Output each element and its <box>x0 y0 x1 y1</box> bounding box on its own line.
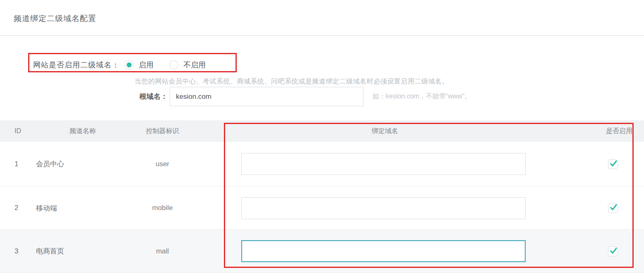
header-id: ID <box>0 127 29 135</box>
check-icon <box>609 159 618 167</box>
enable-domain-row: 网站是否启用二级域名： 启用 不启用 <box>33 58 221 72</box>
cell-enabled <box>582 246 644 256</box>
header-bound-domain: 绑定域名 <box>188 127 582 136</box>
cell-id: 2 <box>0 204 29 212</box>
radio-icon[interactable] <box>125 60 134 69</box>
root-domain-hint: 如：kesion.com，不能带“www”。 <box>372 87 471 106</box>
header-controller: 控制器标识 <box>137 127 188 136</box>
header-channel-name: 频道名称 <box>29 127 137 136</box>
page-title: 频道绑定二级域名配置 <box>14 13 96 24</box>
bound-domain-input[interactable] <box>241 197 526 219</box>
cell-bound-domain <box>188 153 582 175</box>
header-enabled: 是否启用 <box>582 127 644 136</box>
enable-domain-radio-option[interactable]: 不启用 <box>169 60 206 70</box>
cell-controller: mobile <box>137 204 188 212</box>
enable-domain-helper-text: 当您的网站会员中心、考试系统、商城系统、问吧系统或是频道绑定二级域名时必须设置启… <box>135 77 449 86</box>
radio-option-label: 启用 <box>139 60 154 70</box>
cell-controller: mall <box>137 247 188 256</box>
enable-domain-label: 网站是否启用二级域名： <box>33 60 120 70</box>
root-domain-input[interactable] <box>170 87 363 106</box>
check-icon <box>609 246 618 255</box>
cell-bound-domain <box>188 197 582 219</box>
enabled-checkbox[interactable] <box>608 246 618 256</box>
enabled-checkbox[interactable] <box>608 203 618 213</box>
cell-channel-name: 电商首页 <box>29 246 137 256</box>
cell-enabled <box>582 203 644 213</box>
channel-domain-table: ID 频道名称 控制器标识 绑定域名 是否启用 1 会员中心 user <box>0 120 644 273</box>
bound-domain-input[interactable] <box>241 153 526 175</box>
enabled-checkbox[interactable] <box>608 159 618 169</box>
cell-controller: user <box>137 160 188 168</box>
radio-icon[interactable] <box>169 60 178 69</box>
radio-option-label: 不启用 <box>183 60 206 70</box>
table-row: 2 移动端 mobile <box>0 186 644 230</box>
table-header-row: ID 频道名称 控制器标识 绑定域名 是否启用 <box>0 120 644 142</box>
root-domain-label: 根域名： <box>139 87 168 106</box>
enable-domain-radio-group: 启用 不启用 <box>125 60 221 70</box>
cell-channel-name: 移动端 <box>29 203 137 213</box>
root-domain-row: 根域名： 如：kesion.com，不能带“www”。 <box>0 87 644 106</box>
bound-domain-input[interactable] <box>241 240 526 262</box>
cell-enabled <box>582 159 644 169</box>
enable-domain-radio-option[interactable]: 启用 <box>125 60 154 70</box>
title-divider <box>0 35 644 36</box>
check-icon <box>609 203 618 211</box>
page: 频道绑定二级域名配置 网站是否启用二级域名： 启用 不启用 当您的网站会员中心、… <box>0 0 644 277</box>
cell-id: 3 <box>0 247 29 256</box>
cell-bound-domain <box>188 240 582 262</box>
cell-id: 1 <box>0 160 29 168</box>
cell-channel-name: 会员中心 <box>29 159 137 169</box>
table-row: 1 会员中心 user <box>0 142 644 186</box>
table-row: 3 电商首页 mall <box>0 230 644 273</box>
